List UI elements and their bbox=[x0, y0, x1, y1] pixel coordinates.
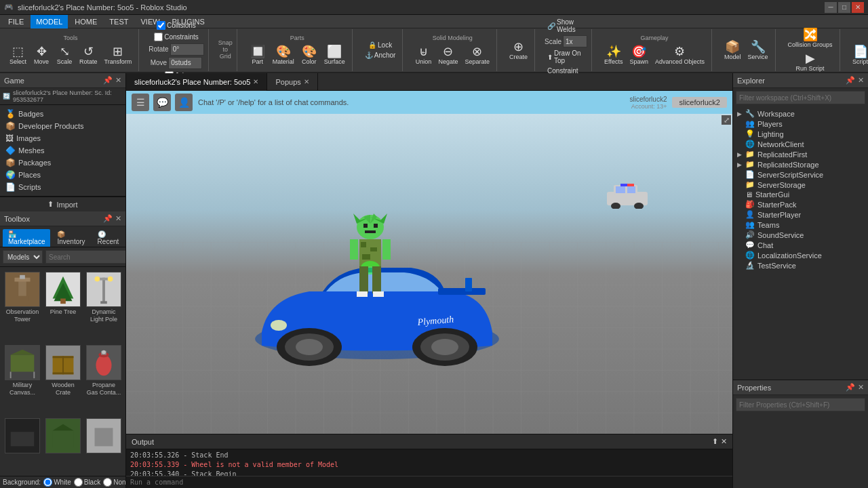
menu-file[interactable]: FILE bbox=[3, 15, 29, 28]
search-input[interactable] bbox=[45, 250, 125, 264]
surface-button[interactable]: ⬜ Surface bbox=[321, 44, 348, 66]
service-button[interactable]: 🔧 Service bbox=[745, 39, 771, 62]
properties-search-input[interactable] bbox=[736, 398, 865, 411]
move-input[interactable] bbox=[168, 57, 202, 69]
exp-item-lighting[interactable]: 💡 Lighting bbox=[734, 129, 867, 139]
tab-marketplace[interactable]: 🏪 Marketplace bbox=[3, 229, 50, 247]
scale-input[interactable] bbox=[563, 35, 587, 47]
create-button[interactable]: ⊕ Create bbox=[507, 39, 530, 62]
draw-on-top-btn[interactable]: ⬆ Draw On Top bbox=[545, 49, 587, 65]
explorer-lock-icon[interactable]: 📌 bbox=[846, 76, 855, 85]
exp-item-teams[interactable]: 👥 Teams bbox=[734, 220, 867, 230]
tree-item-images[interactable]: 🖼 Images bbox=[3, 132, 123, 144]
output-close-icon[interactable]: ✕ bbox=[721, 437, 727, 446]
toolbox-close-icon[interactable]: ✕ bbox=[115, 214, 121, 223]
close-button[interactable]: ✕ bbox=[852, 2, 864, 13]
collision-groups-button[interactable]: 🔀 Collision Groups bbox=[785, 27, 835, 49]
transform-button[interactable]: ⊞ Transform bbox=[102, 44, 135, 66]
exp-item-testservice[interactable]: 🔬 TestService bbox=[734, 260, 867, 270]
category-select[interactable]: Models Decals Audio Plugins bbox=[3, 250, 43, 264]
exp-item-workspace[interactable]: ▶ 🔧 Workspace bbox=[734, 108, 867, 119]
collisions-checkbox[interactable] bbox=[157, 21, 165, 30]
tab-inventory[interactable]: 📦 Inventory bbox=[52, 229, 90, 247]
advanced-objects-button[interactable]: ⚙ Advanced Objects bbox=[652, 44, 707, 66]
union-button[interactable]: ⊌ Union bbox=[412, 44, 434, 66]
list-item[interactable] bbox=[84, 416, 123, 473]
bg-none-radio[interactable] bbox=[103, 478, 112, 487]
exp-item-networkclient[interactable]: 🌐 NetworkClient bbox=[734, 139, 867, 149]
tab-popups-close-icon[interactable]: ✕ bbox=[304, 78, 309, 85]
properties-close-icon[interactable]: ✕ bbox=[858, 383, 864, 392]
lock-btn[interactable]: 🔒 Lock bbox=[366, 41, 395, 49]
game-panel-close-icon[interactable]: ✕ bbox=[115, 76, 121, 85]
tab-place[interactable]: sliceforluck2's Place Number: 5oo5 ✕ bbox=[126, 73, 267, 91]
minimize-button[interactable]: ─ bbox=[825, 2, 837, 13]
collisions-checkbox-row[interactable]: Collisions bbox=[154, 20, 199, 30]
list-item[interactable]: Propane Gas Conta... bbox=[84, 343, 123, 415]
list-item[interactable] bbox=[43, 416, 83, 473]
exp-item-players[interactable]: 👥 Players bbox=[734, 119, 867, 129]
tree-item-packages[interactable]: 📦 Packages bbox=[3, 157, 123, 169]
username-badge[interactable]: sliceforluck2 bbox=[672, 97, 727, 108]
list-item[interactable]: Military Canvas... bbox=[3, 343, 42, 415]
explorer-close-icon[interactable]: ✕ bbox=[858, 76, 864, 85]
rotate-button[interactable]: ↺ Rotate bbox=[77, 44, 100, 66]
exp-item-replicatedfirst[interactable]: ▶ 📁 ReplicatedFirst bbox=[734, 149, 867, 159]
scale-button[interactable]: ⤡ Scale bbox=[54, 44, 75, 66]
bg-white-radio[interactable] bbox=[43, 478, 52, 487]
exp-item-serverstorage[interactable]: 📁 ServerStorage bbox=[734, 180, 867, 190]
tab-popups[interactable]: Popups ✕ bbox=[267, 73, 317, 91]
negate-button[interactable]: ⊖ Negate bbox=[435, 44, 460, 66]
menu-test[interactable]: TEST bbox=[104, 15, 134, 28]
list-item[interactable]: Pine Tree bbox=[43, 270, 83, 342]
model-button[interactable]: 📦 Model bbox=[722, 39, 744, 62]
tab-place-close-icon[interactable]: ✕ bbox=[253, 78, 258, 85]
separate-button[interactable]: ⊗ Separate bbox=[462, 44, 492, 66]
place-refresh-icon[interactable]: 🔄 bbox=[3, 93, 10, 100]
chat-toggle-icon[interactable]: ☰ bbox=[132, 94, 149, 111]
player-icon[interactable]: 👤 bbox=[175, 94, 193, 111]
tab-recent[interactable]: 🕐 Recent bbox=[92, 229, 125, 247]
tree-item-developer-products[interactable]: 📦 Developer Products bbox=[3, 120, 123, 132]
exp-item-starterpack[interactable]: 🎒 StarterPack bbox=[734, 199, 867, 209]
import-button[interactable]: ⬆ Import bbox=[0, 197, 125, 211]
exp-item-starterplayer[interactable]: 👤 StarterPlayer bbox=[734, 209, 867, 220]
chat-bubble-icon[interactable]: 💬 bbox=[153, 94, 171, 111]
list-item[interactable]: Observation Tower bbox=[3, 270, 42, 342]
select-button[interactable]: ⬚ Select bbox=[7, 44, 29, 66]
menu-home[interactable]: HOME bbox=[69, 15, 102, 28]
list-item[interactable] bbox=[3, 416, 42, 473]
explorer-search-input[interactable] bbox=[736, 91, 865, 104]
exp-item-soundservice[interactable]: 🔊 SoundService bbox=[734, 230, 867, 240]
constraints-checkbox-row[interactable]: Constraints bbox=[151, 32, 201, 42]
script-button[interactable]: 📄 Script bbox=[850, 44, 868, 66]
move-button[interactable]: ✥ Move bbox=[31, 44, 52, 66]
rotate-input[interactable] bbox=[170, 43, 204, 56]
bg-black-radio[interactable] bbox=[74, 478, 83, 487]
constraints-checkbox[interactable] bbox=[154, 33, 163, 41]
maximize-button[interactable]: □ bbox=[838, 2, 850, 13]
part-button[interactable]: 🔲 Part bbox=[247, 44, 269, 66]
output-expand-icon[interactable]: ⬆ bbox=[712, 437, 718, 446]
anchor-btn[interactable]: ⚓ Anchor bbox=[362, 51, 399, 60]
color-button[interactable]: 🎨 Color bbox=[298, 44, 320, 66]
game-panel-lock-icon[interactable]: 📌 bbox=[103, 76, 113, 85]
tree-item-badges[interactable]: 🏅 Badges bbox=[3, 108, 123, 120]
show-welds-btn[interactable]: 🔗 Show Welds bbox=[545, 18, 587, 34]
menu-model[interactable]: MODEL bbox=[31, 15, 68, 28]
list-item[interactable]: Wooden Crate bbox=[43, 343, 83, 415]
properties-lock-icon[interactable]: 📌 bbox=[846, 383, 855, 392]
exp-item-replicatedstorage[interactable]: ▶ 📁 ReplicatedStorage bbox=[734, 159, 867, 169]
tree-item-scripts[interactable]: 📄 Scripts bbox=[3, 181, 123, 193]
run-script-button[interactable]: ▶ Run Script bbox=[793, 51, 827, 73]
toolbox-lock-icon[interactable]: 📌 bbox=[103, 214, 113, 223]
tree-item-meshes[interactable]: 🔷 Meshes bbox=[3, 144, 123, 157]
spawn-button[interactable]: 🎯 Spawn bbox=[627, 44, 651, 66]
list-item[interactable]: Dynamic Light Pole bbox=[84, 270, 123, 342]
maximize-view-icon[interactable]: ⤢ bbox=[722, 115, 731, 125]
material-button[interactable]: 🎨 Material bbox=[270, 44, 297, 66]
command-input[interactable] bbox=[130, 479, 728, 486]
exp-item-serverscriptservice[interactable]: 📄 ServerScriptService bbox=[734, 169, 867, 180]
exp-item-startergui[interactable]: 🖥 StarterGui bbox=[734, 190, 867, 199]
tree-item-places[interactable]: 🌍 Places bbox=[3, 169, 123, 181]
